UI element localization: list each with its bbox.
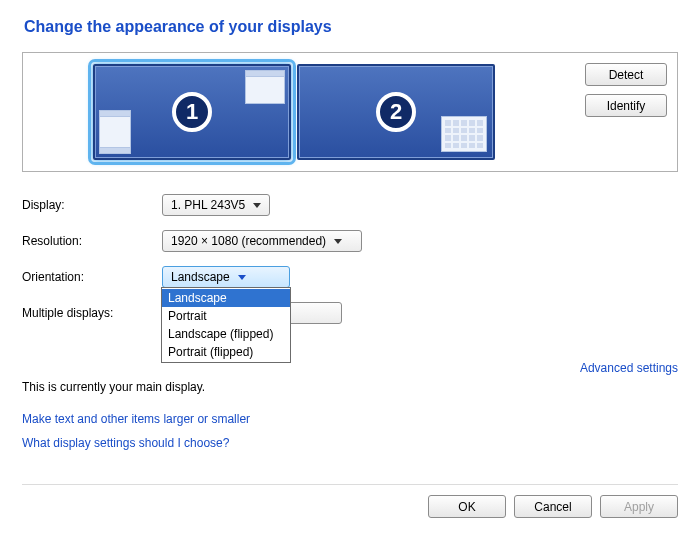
resolution-value: 1920 × 1080 (recommended)	[171, 234, 326, 248]
text-size-link[interactable]: Make text and other items larger or smal…	[22, 412, 678, 426]
orientation-option-portrait[interactable]: Portrait	[162, 307, 290, 325]
window-icon	[245, 70, 285, 104]
chevron-down-icon	[238, 275, 246, 280]
monitor-number-badge: 2	[376, 92, 416, 132]
display-select[interactable]: 1. PHL 243V5	[162, 194, 270, 216]
keyboard-icon	[441, 116, 487, 152]
orientation-dropdown: Landscape Portrait Landscape (flipped) P…	[161, 287, 291, 363]
main-display-text: This is currently your main display.	[22, 380, 205, 394]
apply-button[interactable]: Apply	[600, 495, 678, 518]
monitor-2[interactable]: 2	[297, 64, 495, 160]
ok-button[interactable]: OK	[428, 495, 506, 518]
cancel-button[interactable]: Cancel	[514, 495, 592, 518]
monitor-1[interactable]: 1	[93, 64, 291, 160]
orientation-label: Orientation:	[22, 270, 162, 284]
orientation-select[interactable]: Landscape	[162, 266, 290, 288]
orientation-option-portrait-flipped[interactable]: Portrait (flipped)	[162, 343, 290, 361]
chevron-down-icon	[334, 239, 342, 244]
help-link[interactable]: What display settings should I choose?	[22, 436, 678, 450]
dialog-footer: OK Cancel Apply	[22, 484, 678, 518]
display-label: Display:	[22, 198, 162, 212]
advanced-settings-link[interactable]: Advanced settings	[580, 361, 678, 375]
multiple-displays-label: Multiple displays:	[22, 306, 162, 320]
display-preview-area: 1 2 Detect Identify	[22, 52, 678, 172]
orientation-option-landscape-flipped[interactable]: Landscape (flipped)	[162, 325, 290, 343]
page-title: Change the appearance of your displays	[24, 18, 678, 36]
identify-button[interactable]: Identify	[585, 94, 667, 117]
detect-button[interactable]: Detect	[585, 63, 667, 86]
monitor-number-badge: 1	[172, 92, 212, 132]
resolution-label: Resolution:	[22, 234, 162, 248]
orientation-option-landscape[interactable]: Landscape	[162, 289, 290, 307]
display-value: 1. PHL 243V5	[171, 198, 245, 212]
window-icon	[99, 110, 131, 154]
chevron-down-icon	[253, 203, 261, 208]
orientation-value: Landscape	[171, 270, 230, 284]
resolution-select[interactable]: 1920 × 1080 (recommended)	[162, 230, 362, 252]
